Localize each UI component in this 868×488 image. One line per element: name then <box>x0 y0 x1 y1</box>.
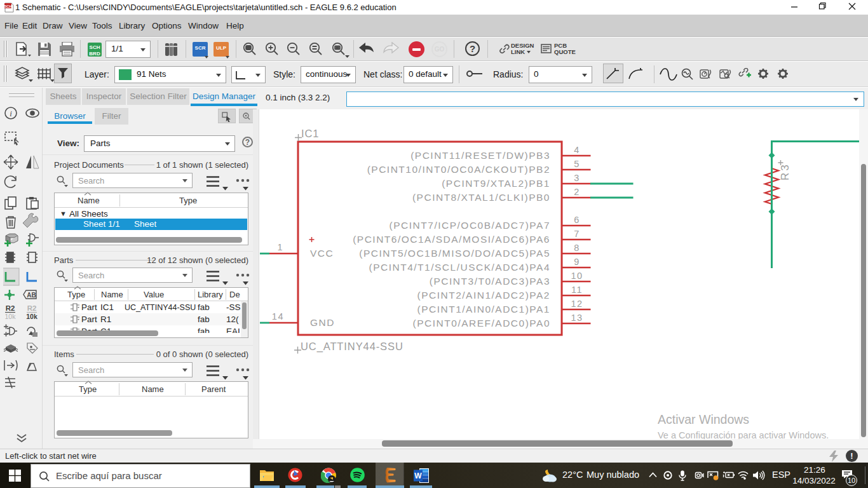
svg-text:R2: R2 <box>27 304 37 312</box>
svg-text:BRD: BRD <box>89 51 100 57</box>
svg-text:(PCINT3/T0/ADC3)PA3: (PCINT3/T0/ADC3)PA3 <box>430 276 550 287</box>
svg-text:7: 7 <box>574 229 580 239</box>
svg-text:(PCINT6/OC1A/SDA/MOSI/ADC6)PA6: (PCINT6/OC1A/SDA/MOSI/ADC6)PA6 <box>353 234 550 245</box>
svg-text:AB: AB <box>27 292 36 299</box>
svg-text:(PCINT9/XTAL2)PB1: (PCINT9/XTAL2)PB1 <box>442 178 550 189</box>
svg-text:(PCINT0/AREF/ADC0)PA0: (PCINT0/AREF/ADC0)PA0 <box>413 318 550 329</box>
svg-text:4: 4 <box>574 145 580 155</box>
svg-text:IC1: IC1 <box>301 128 319 139</box>
svg-text:(PCINT7/ICP/OC0B/ADC7)PA7: (PCINT7/ICP/OC0B/ADC7)PA7 <box>390 220 550 231</box>
svg-text:VCC: VCC <box>310 248 334 259</box>
svg-text:(PCINT1/AIN0/ADC1)PA1: (PCINT1/AIN0/ADC1)PA1 <box>417 304 550 315</box>
svg-text:(PCINT11/RESET/DW)PB3: (PCINT11/RESET/DW)PB3 <box>410 150 550 161</box>
svg-text:2: 2 <box>574 187 580 197</box>
svg-text:10k: 10k <box>26 313 37 320</box>
svg-text:R2: R2 <box>6 304 15 312</box>
svg-text:UC_ATTINY44-SSU: UC_ATTINY44-SSU <box>301 341 403 353</box>
svg-text:SCH: SCH <box>90 44 100 50</box>
svg-text:i: i <box>10 109 12 118</box>
svg-text:(PCINT5/OC1B/MISO/DO/ADC5)PA5: (PCINT5/OC1B/MISO/DO/ADC5)PA5 <box>359 248 550 259</box>
svg-text:10: 10 <box>571 271 583 281</box>
svg-text:13: 13 <box>571 313 583 323</box>
svg-text:W: W <box>414 471 422 480</box>
svg-text:6: 6 <box>574 215 580 225</box>
svg-text:10k: 10k <box>5 313 17 320</box>
svg-text:5: 5 <box>574 159 580 169</box>
svg-text:1: 1 <box>277 242 283 252</box>
svg-text:R3: R3 <box>779 163 791 180</box>
svg-text:9: 9 <box>574 257 580 267</box>
svg-text:14: 14 <box>272 311 284 322</box>
svg-text:(PCINT2/AIN1/ADC2)PA2: (PCINT2/AIN1/ADC2)PA2 <box>417 290 550 301</box>
svg-text:(PCINT4/T1/SCL/USCK/ADC4)PA4: (PCINT4/T1/SCL/USCK/ADC4)PA4 <box>369 262 550 273</box>
svg-text:GND: GND <box>310 317 335 328</box>
svg-text:(PCINT8/XTAL1/CLKI)PB0: (PCINT8/XTAL1/CLKI)PB0 <box>412 192 550 203</box>
svg-text:Activar Windows: Activar Windows <box>658 412 749 426</box>
svg-text:11: 11 <box>571 285 583 295</box>
svg-text:SCH: SCH <box>4 4 12 8</box>
svg-text:12: 12 <box>571 299 583 309</box>
svg-text:8: 8 <box>574 243 580 253</box>
svg-text:3: 3 <box>574 173 580 183</box>
svg-text:(PCINT10/INT0/OC0A/CKOUT)PB2: (PCINT10/INT0/OC0A/CKOUT)PB2 <box>367 164 550 175</box>
